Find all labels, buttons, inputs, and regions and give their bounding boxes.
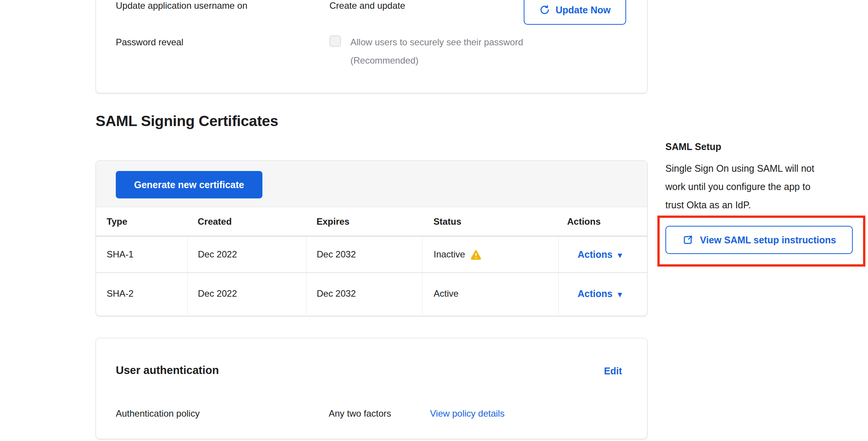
generate-certificate-button[interactable]: Generate new certificate <box>116 171 262 198</box>
cert-actions-cell: Actions ▾ <box>558 236 647 273</box>
caret-down-icon: ▾ <box>618 290 622 298</box>
update-now-button[interactable]: Update Now <box>524 0 626 25</box>
warning-icon <box>470 249 482 260</box>
actions-label: Actions <box>578 288 613 299</box>
actions-dropdown[interactable]: Actions ▾ <box>578 249 622 260</box>
column-header-actions: Actions <box>558 208 647 236</box>
column-header-expires: Expires <box>306 208 422 236</box>
saml-setup-description-line: trust Okta as an IdP. <box>665 196 814 214</box>
column-header-created: Created <box>187 208 306 236</box>
cert-type-cell: SHA-1 <box>96 236 187 273</box>
saml-setup-heading: SAML Setup <box>665 141 721 152</box>
external-link-icon <box>682 234 694 246</box>
column-header-status: Status <box>422 208 558 236</box>
username-update-value: Create and update <box>329 0 405 11</box>
saml-setup-description-line: work until you configure the app to <box>665 177 814 196</box>
table-header-row: Type Created Expires Status Actions <box>96 208 647 236</box>
view-saml-setup-label: View SAML setup instructions <box>700 235 836 246</box>
username-update-label: Update application username on <box>116 0 248 11</box>
actions-dropdown[interactable]: Actions ▾ <box>578 288 622 299</box>
edit-link[interactable]: Edit <box>604 366 622 377</box>
view-saml-setup-instructions-button[interactable]: View SAML setup instructions <box>665 226 853 254</box>
cert-status-cell: Active <box>422 273 558 314</box>
user-authentication-title: User authentication <box>116 364 219 377</box>
app-settings-card: Update application username on Create an… <box>96 0 647 93</box>
cert-type-cell: SHA-2 <box>96 273 187 314</box>
saml-setup-description-line: Single Sign On using SAML will not <box>665 159 814 177</box>
update-now-label: Update Now <box>556 5 611 16</box>
password-reveal-checkbox[interactable] <box>329 35 341 47</box>
caret-down-icon: ▾ <box>618 251 622 259</box>
cert-created-cell: Dec 2022 <box>187 236 306 273</box>
status-text: Inactive <box>434 249 465 260</box>
password-reveal-label: Password reveal <box>116 37 183 48</box>
password-reveal-description-note: (Recommended) <box>350 55 419 66</box>
certificates-toolbar: Generate new certificate <box>96 161 647 207</box>
table-row: SHA-2 Dec 2022 Dec 2032 Active Actions ▾ <box>96 273 647 314</box>
status-text: Active <box>434 288 459 299</box>
cert-expires-cell: Dec 2032 <box>306 273 422 314</box>
certificates-table: Type Created Expires Status Actions SHA-… <box>96 208 647 314</box>
password-reveal-description: Allow users to securely see their passwo… <box>350 37 523 48</box>
authentication-policy-label: Authentication policy <box>116 408 200 419</box>
actions-label: Actions <box>578 249 613 260</box>
cert-actions-cell: Actions ▾ <box>558 273 647 314</box>
cert-status-cell: Inactive <box>422 236 558 273</box>
okta-app-settings-page: Update application username on Create an… <box>0 0 868 441</box>
refresh-icon <box>539 5 550 15</box>
page-title: SAML Signing Certificates <box>96 113 278 129</box>
cert-created-cell: Dec 2022 <box>187 273 306 314</box>
authentication-policy-value: Any two factors <box>329 408 391 419</box>
column-header-type: Type <box>96 208 187 236</box>
view-policy-details-link[interactable]: View policy details <box>430 408 505 419</box>
table-row: SHA-1 Dec 2022 Dec 2032 Inactive <box>96 236 647 273</box>
signing-certificates-panel: Generate new certificate Type Created Ex… <box>96 160 647 316</box>
user-authentication-card: User authentication Edit Authentication … <box>96 338 647 439</box>
saml-setup-description: Single Sign On using SAML will not work … <box>665 159 814 214</box>
cert-expires-cell: Dec 2032 <box>306 236 422 273</box>
